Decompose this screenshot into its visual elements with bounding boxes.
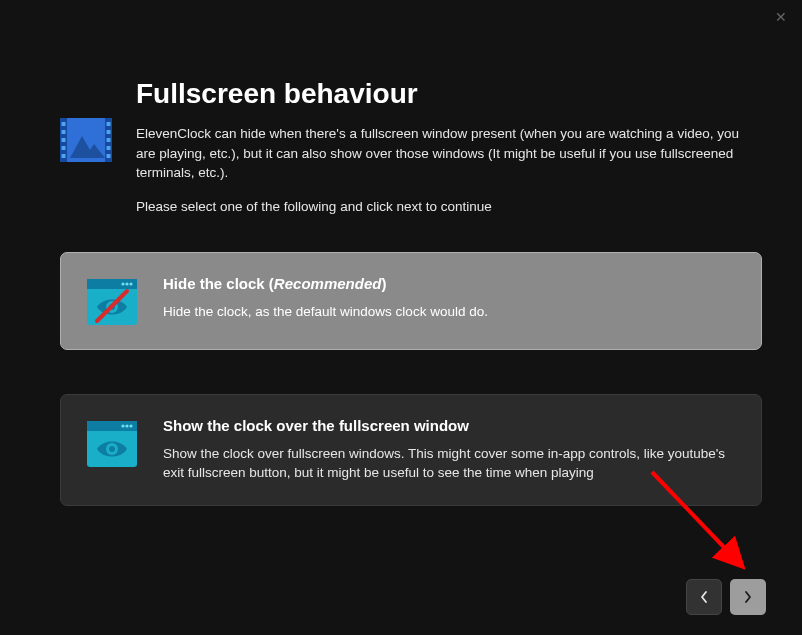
svg-point-25 [129,424,132,427]
page-description: ElevenClock can hide when there's a full… [136,124,762,183]
option-subtitle: Hide the clock, as the default windows c… [163,302,733,322]
svg-point-26 [121,424,124,427]
svg-point-16 [125,282,128,285]
option-title: Hide the clock (Recommended) [163,275,733,292]
next-button[interactable] [730,579,766,615]
svg-rect-3 [62,122,66,126]
page-title: Fullscreen behaviour [136,78,762,110]
hide-clock-icon [87,277,137,327]
svg-point-28 [109,446,115,452]
option-show-clock[interactable]: Show the clock over the fullscreen windo… [60,394,762,506]
svg-rect-5 [62,138,66,142]
svg-rect-7 [62,154,66,158]
back-button[interactable] [686,579,722,615]
option-title: Show the clock over the fullscreen windo… [163,417,733,434]
svg-point-24 [125,424,128,427]
chevron-left-icon [699,590,709,604]
svg-rect-8 [107,122,111,126]
option-hide-clock[interactable]: Hide the clock (Recommended) Hide the cl… [60,252,762,350]
wizard-page: Fullscreen behaviour ElevenClock can hid… [0,0,802,506]
app-logo-icon [60,114,112,166]
close-icon[interactable]: ✕ [772,8,790,26]
chevron-right-icon [743,590,753,604]
option-subtitle: Show the clock over fullscreen windows. … [163,444,733,483]
svg-point-17 [129,282,132,285]
header: Fullscreen behaviour ElevenClock can hid… [60,78,762,214]
svg-point-18 [121,282,124,285]
svg-rect-12 [107,154,111,158]
options-list: Hide the clock (Recommended) Hide the cl… [60,252,762,506]
page-instruction: Please select one of the following and c… [136,199,762,214]
svg-rect-9 [107,130,111,134]
svg-rect-11 [107,146,111,150]
wizard-nav [686,579,766,615]
show-clock-icon [87,419,137,469]
svg-rect-10 [107,138,111,142]
svg-rect-4 [62,130,66,134]
svg-rect-6 [62,146,66,150]
